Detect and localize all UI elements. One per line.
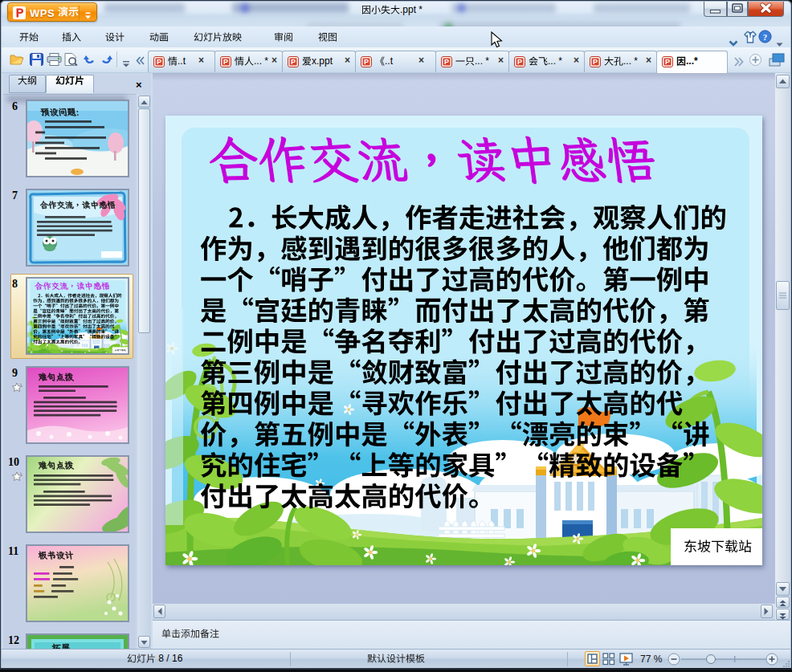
svg-text:P: P [517,58,522,66]
svg-text:P: P [444,58,449,66]
svg-text:P: P [364,58,369,66]
svg-text:P: P [223,58,228,66]
svg-text:?: ? [763,32,768,42]
svg-text:P: P [593,58,598,66]
svg-text:P: P [291,58,296,66]
svg-text:P: P [157,58,161,66]
svg-text:P: P [665,58,670,66]
